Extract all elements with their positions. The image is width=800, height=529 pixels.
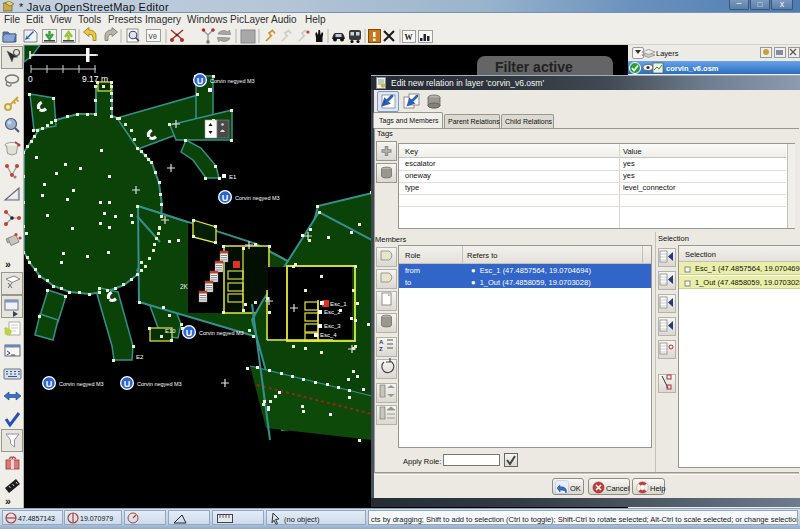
svg-text:Corvin negyed M3: Corvin negyed M3 (235, 195, 280, 201)
svg-text:U: U (197, 76, 204, 86)
svg-text:U: U (186, 328, 193, 338)
svg-text:U: U (222, 193, 229, 203)
svg-text:Corvin negyed M3: Corvin negyed M3 (59, 381, 104, 387)
svg-text:U: U (46, 379, 53, 389)
svg-text:Esc_4: Esc_4 (320, 332, 337, 338)
svg-text:Esc_2: Esc_2 (324, 309, 341, 315)
svg-text:Corvin negyed M3: Corvin negyed M3 (210, 78, 255, 84)
svg-text:0: 0 (28, 74, 33, 84)
svg-text:E10: E10 (165, 328, 176, 334)
svg-text:V0: V0 (149, 33, 157, 41)
svg-text:Corvin negyed M3: Corvin negyed M3 (137, 381, 182, 387)
svg-text:A: A (379, 339, 384, 345)
svg-text:E2: E2 (136, 354, 144, 360)
svg-text:Esc_1: Esc_1 (330, 301, 347, 307)
svg-text:E1: E1 (229, 174, 237, 180)
svg-text:Z: Z (379, 346, 383, 352)
svg-text:››: ›› (5, 495, 11, 507)
svg-text:9.17 m: 9.17 m (82, 74, 108, 84)
svg-text:Corvin negyed M3: Corvin negyed M3 (199, 330, 244, 336)
svg-text:U: U (124, 379, 131, 389)
svg-text:2K: 2K (180, 283, 189, 290)
svg-text:››: ›› (5, 258, 11, 270)
svg-text:Filter active: Filter active (495, 59, 573, 75)
svg-text:W: W (405, 33, 413, 42)
svg-text:Esc_3: Esc_3 (324, 323, 341, 329)
